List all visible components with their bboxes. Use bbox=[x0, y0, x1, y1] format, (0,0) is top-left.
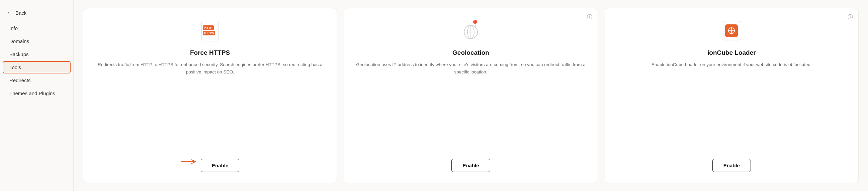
ioncube-card: ⓘ ionCube Loader Enable ionCube Loader o… bbox=[604, 8, 859, 183]
sidebar-item-domains[interactable]: Domains bbox=[3, 35, 71, 47]
sidebar-item-themes-plugins[interactable]: Themes and Plugins bbox=[3, 87, 71, 100]
back-arrow-icon: ← bbox=[7, 9, 13, 16]
ioncube-icon bbox=[722, 19, 741, 42]
force-https-enable-button[interactable]: Enable bbox=[201, 159, 239, 172]
force-https-description: Redirects traffic from HTTP to HTTPS for… bbox=[93, 61, 327, 143]
ioncube-title: ionCube Loader bbox=[707, 49, 756, 56]
geolocation-title: Geolocation bbox=[453, 49, 489, 56]
sidebar-item-redirects[interactable]: Redirects bbox=[3, 74, 71, 86]
force-https-card: HTTP HTTPS Force HTTPS Redirects traffic… bbox=[83, 8, 337, 183]
sidebar-item-tools[interactable]: Tools bbox=[3, 61, 71, 73]
geo-icon: 📍 bbox=[461, 19, 480, 42]
force-https-title: Force HTTPS bbox=[190, 49, 230, 56]
sidebar-item-backups[interactable]: Backups bbox=[3, 48, 71, 61]
sidebar: ← Back Info Domains Backups Tools Redire… bbox=[0, 0, 73, 191]
geolocation-enable-button[interactable]: Enable bbox=[452, 159, 490, 172]
geolocation-help-icon[interactable]: ⓘ bbox=[587, 14, 592, 21]
back-label: Back bbox=[16, 10, 26, 16]
ioncube-enable-button[interactable]: Enable bbox=[712, 159, 751, 172]
geolocation-card: ⓘ 📍 Geolocation Geolocation uses IP addr… bbox=[344, 8, 598, 183]
cards-grid: HTTP HTTPS Force HTTPS Redirects traffic… bbox=[83, 8, 859, 183]
geo-pin-icon: 📍 bbox=[470, 21, 479, 28]
force-https-enable-row: Enable bbox=[181, 151, 239, 172]
enable-arrow-icon bbox=[181, 159, 197, 164]
svg-point-8 bbox=[731, 30, 733, 32]
ioncube-help-icon[interactable]: ⓘ bbox=[847, 14, 853, 21]
geolocation-description: Geolocation uses IP address to identify … bbox=[353, 61, 588, 151]
back-button[interactable]: ← Back bbox=[0, 7, 73, 22]
main-content: HTTP HTTPS Force HTTPS Redirects traffic… bbox=[73, 0, 868, 191]
sidebar-item-info[interactable]: Info bbox=[3, 22, 71, 34]
https-icon: HTTP HTTPS bbox=[200, 19, 220, 42]
ioncube-description: Enable ionCube Loader on your environmen… bbox=[651, 61, 812, 151]
